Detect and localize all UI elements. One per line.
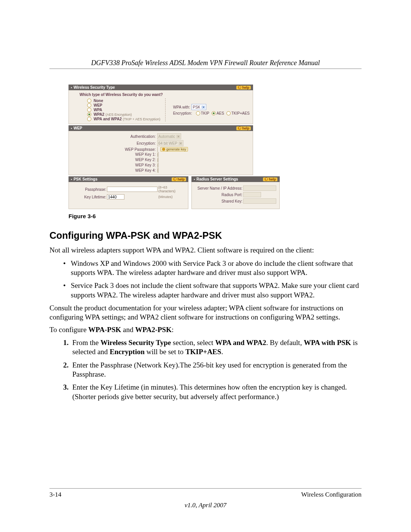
step-number: 3.	[63, 383, 68, 392]
list-item: 2. Enter the Passphrase (Network Key).Th…	[63, 361, 362, 379]
help-button[interactable]: help	[236, 126, 251, 130]
radio-tkip[interactable]	[196, 111, 200, 115]
option-wep-label: WEP	[94, 103, 102, 107]
radius-key-input	[243, 198, 276, 204]
panel-title: PSK Settings	[73, 177, 172, 181]
psk-pass-input[interactable]	[107, 187, 158, 192]
wep-key3-label: WEP Key 3:	[72, 163, 156, 167]
page-content: ▪ Wireless Security Type help Which type…	[49, 85, 362, 405]
consult-paragraph: Consult the product documentation for yo…	[49, 304, 362, 322]
radius-port-input	[243, 192, 261, 197]
wep-enc-label: Encryption:	[72, 141, 156, 145]
enc-tkipaes-label: TKIP+AES	[231, 111, 250, 115]
wep-key2-input	[158, 157, 159, 162]
radio-tkip-aes[interactable]	[226, 111, 231, 115]
psk-pass-hint: (8~63 characters)	[158, 185, 185, 193]
wpa-with-select[interactable]: PSK ▾	[191, 104, 206, 110]
figure-screenshot: ▪ Wireless Security Type help Which type…	[68, 85, 253, 209]
psk-panel: ▪ PSK Settings help Passphrase: (8~63 ch…	[68, 176, 188, 209]
help-button[interactable]: help	[172, 177, 186, 181]
text-bold: TKIP+AES	[185, 348, 221, 356]
wep-pass-label: WEP Passphrase:	[72, 147, 156, 152]
radius-server-input	[243, 185, 276, 191]
psk-pass-label: Passphrase:	[72, 187, 106, 192]
panel-header-security: ▪ Wireless Security Type help	[68, 85, 253, 90]
intro-paragraph: Not all wireless adapters support WPA an…	[49, 246, 362, 255]
text-bold: WPA-PSK	[88, 326, 121, 334]
chevron-down-icon: ▾	[177, 135, 180, 138]
radio-wpa2[interactable]	[87, 112, 91, 117]
wep-key4-label: WEP Key 4:	[72, 168, 156, 173]
list-item: 3. Enter the Key Lifetime (in minutes). …	[63, 383, 362, 401]
text-bold: WPA with PSK	[304, 339, 351, 347]
wep-enc-select: 64 bit WEP▾	[157, 140, 183, 146]
panel-title: WEP	[73, 126, 236, 130]
step-number: 1.	[63, 338, 68, 347]
wep-key3-input	[158, 163, 159, 168]
text: will be set to	[145, 348, 185, 356]
list-item: 1. From the Wireless Security Type secti…	[63, 338, 362, 357]
page-number: 3-14	[49, 491, 61, 498]
radio-aes[interactable]	[212, 111, 216, 115]
radio-wep[interactable]	[87, 103, 91, 107]
wep-key2-label: WEP Key 2:	[72, 158, 156, 162]
chevron-down-icon: ▾	[179, 142, 182, 145]
psk-life-label: Key Lifetime:	[72, 195, 106, 199]
radius-port-label: Radius Port:	[195, 193, 242, 197]
security-question: Which type of Wireless Security do you w…	[80, 93, 250, 97]
option-wpawpa2-sub: (TKIP + AES Encryption)	[123, 117, 161, 121]
help-button[interactable]: help	[236, 86, 251, 89]
collapse-icon[interactable]: ▪	[194, 177, 195, 181]
figure-caption: Figure 3-6	[68, 213, 362, 219]
encryption-label: Encryption:	[173, 111, 194, 115]
wep-key1-input	[158, 152, 159, 157]
help-button[interactable]: help	[263, 177, 277, 181]
bullet-list: Windows XP and Windows 2000 with Service…	[63, 259, 362, 300]
step-number: 2.	[63, 361, 68, 370]
text: . By default,	[266, 339, 304, 347]
option-wpa2-sub: (AES Encryption)	[105, 113, 132, 117]
header-rule	[49, 69, 362, 69]
chevron-down-icon: ▾	[202, 105, 205, 109]
panel-body-psk: Passphrase: (8~63 characters) Key Lifeti…	[68, 182, 188, 209]
chapter-title: Wireless Configuration	[301, 491, 362, 498]
radius-panel: ▪ Radius Server Settings help Server Nam…	[191, 176, 280, 209]
option-none-label: None	[94, 99, 103, 103]
panel-title: Radius Server Settings	[196, 177, 263, 181]
wep-key1-label: WEP Key 1:	[72, 152, 156, 157]
text-bold: Encryption	[110, 348, 145, 356]
panel-body-radius: Server Name / IP Address: Radius Port: S…	[191, 182, 280, 209]
text-bold: WPA2-PSK	[135, 326, 172, 334]
psk-life-input[interactable]	[107, 194, 124, 200]
collapse-icon[interactable]: ▪	[71, 86, 72, 89]
wpa-with-label: WPA with:	[173, 105, 192, 109]
page-footer: 3-14 Wireless Configuration	[49, 491, 362, 498]
option-wpawpa2-label: WPA and WPA2	[94, 117, 122, 121]
wpa-with-value: PSK	[193, 105, 200, 109]
version-line: v1.0, April 2007	[0, 502, 411, 509]
wep-auth-label: Authentication:	[72, 134, 156, 139]
text: section, select	[171, 339, 215, 347]
text: and	[121, 326, 135, 334]
security-right: WPA with: PSK ▾ Encryption: TKIP AES TKI…	[165, 98, 250, 121]
text: To configure	[49, 326, 88, 334]
enc-tkip-label: TKIP	[201, 111, 209, 115]
option-wpa2-label: WPA2	[94, 112, 104, 117]
security-options: None WEP WPA WPA2(AES Encryption) WPA an…	[72, 98, 165, 121]
wep-key4-input	[158, 168, 159, 173]
steps-list: 1. From the Wireless Security Type secti…	[63, 338, 362, 401]
radius-server-label: Server Name / IP Address:	[195, 186, 242, 190]
collapse-icon[interactable]: ▪	[71, 177, 72, 181]
generate-key-button[interactable]: generate key	[160, 147, 188, 152]
panel-title: Wireless Security Type	[73, 85, 236, 89]
radio-wpa[interactable]	[87, 108, 91, 112]
radio-wpa-wpa2[interactable]	[87, 117, 91, 121]
option-wpa-label: WPA	[94, 108, 102, 112]
panel-header-psk: ▪ PSK Settings help	[68, 176, 188, 182]
collapse-icon[interactable]: ▪	[71, 126, 72, 130]
enc-aes-label: AES	[217, 111, 224, 115]
panel-header-wep: ▪ WEP help	[68, 125, 253, 131]
list-item: Service Pack 3 does not include the clie…	[63, 281, 362, 300]
radio-none[interactable]	[87, 99, 91, 103]
text-bold: Wireless Security Type	[100, 339, 171, 347]
